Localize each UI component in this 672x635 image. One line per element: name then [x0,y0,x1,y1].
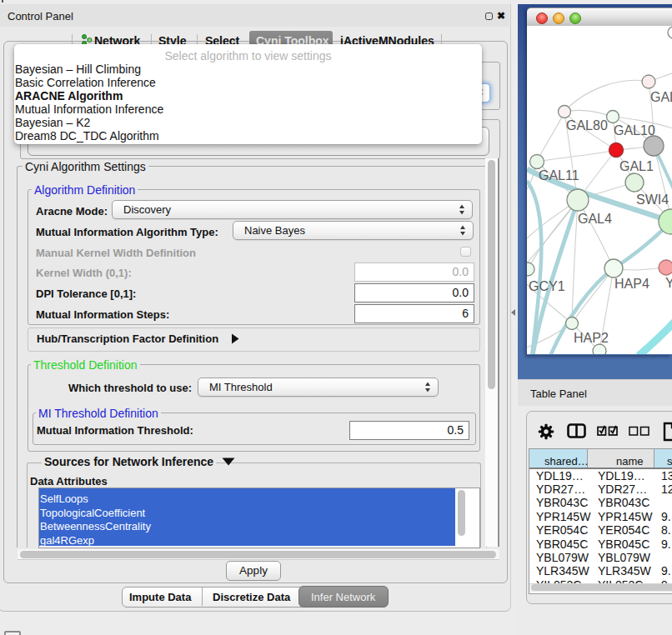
svg-text:SWI4: SWI4 [636,192,669,207]
svg-text:GAL10: GAL10 [614,123,655,138]
svg-text:GAL11: GAL11 [539,168,579,182]
svg-text:GAL80: GAL80 [566,118,608,132]
svg-text:YM: YM [665,276,672,290]
svg-text:GAL1: GAL1 [619,159,654,173]
svg-text:HAP2: HAP2 [574,331,609,345]
svg-text:HAP4: HAP4 [614,277,649,291]
svg-text:GAL: GAL [650,90,672,104]
svg-text:GAL4: GAL4 [578,212,612,226]
svg-text:GCY1: GCY1 [529,279,565,293]
